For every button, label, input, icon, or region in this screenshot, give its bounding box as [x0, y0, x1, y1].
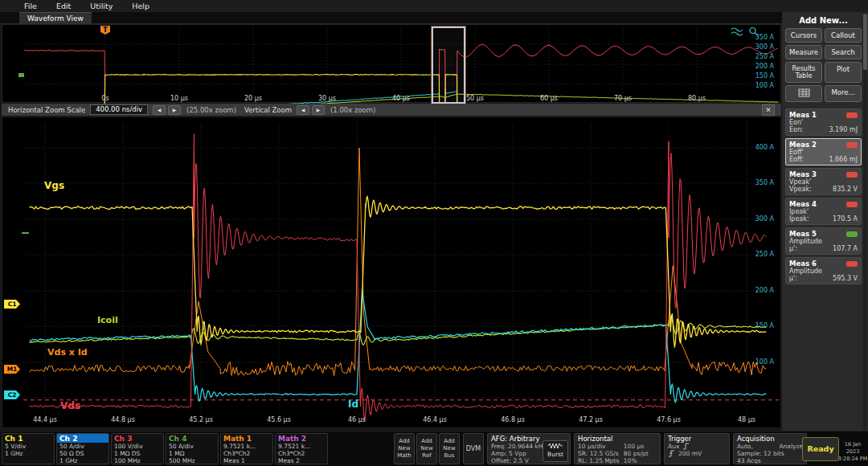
acquisition-title: Acquisition	[737, 435, 803, 443]
add-new-ref-button[interactable]: AddNewRef	[416, 433, 437, 464]
main-waveform-svg	[23, 117, 782, 429]
channel-badge-ch2[interactable]: Ch 2 50 A/div 50 Ω DS 1 GHz	[56, 433, 109, 464]
tick-label: 44.4 µs	[33, 416, 57, 423]
hzoom-scale-value[interactable]: 400.00 ns/div	[90, 104, 148, 115]
tick-label: 45.6 µs	[267, 416, 291, 423]
main-zoom-plot[interactable]: Vgs Icoil Vds x Id Vds Id C1 M1 C2 44.4 …	[2, 117, 781, 428]
close-icon[interactable]: ✕	[762, 104, 775, 116]
menu-utility[interactable]: Utility	[90, 2, 113, 10]
vzoom-decrease-button[interactable]: ◀	[297, 105, 309, 115]
menu-help[interactable]: Help	[132, 2, 149, 10]
tick-label: 400 A	[739, 144, 774, 151]
channel-badge-ch3[interactable]: Ch 3 100 V/div 1 MΩ DS 100 MHz	[111, 433, 164, 464]
mask-tool-button[interactable]	[785, 85, 822, 102]
trace-label-vds: Vds	[60, 400, 80, 411]
scrollbar-thumb[interactable]	[863, 14, 867, 70]
measurement-badge-meas5[interactable]: Meas 5 Amplitude µ':107.7 A	[785, 227, 862, 255]
cursors-button[interactable]: Cursors	[785, 28, 822, 43]
tick-label: 0s	[101, 95, 108, 102]
sidebar-scrollbar[interactable]	[863, 12, 867, 431]
results-table-button[interactable]: Results Table	[785, 62, 822, 83]
horizontal-panel[interactable]: Horizontal 10 µs/div100 µs SR: 12.5 GS/s…	[574, 433, 661, 464]
overview-plot[interactable]: T 0s10 µs20 µs30 µs40 µs50 µs60 µs70 µs8…	[2, 24, 781, 103]
tick-label: 46 µs	[348, 416, 366, 423]
horizontal-title: Horizontal	[578, 435, 657, 443]
math1-meas: Meas 1	[221, 457, 272, 464]
math1-expression: Ch3*Ch2	[221, 450, 272, 457]
afg-panel[interactable]: AFG: Arbitrary Freq: 20.9644 kHz Amp: 5 …	[487, 433, 571, 464]
math1-ground-marker[interactable]: M1	[4, 365, 20, 374]
acquisition-mode: Auto,	[737, 443, 753, 450]
measurement-badge-meas6[interactable]: Meas 6 Amplitude µ':595.3 V	[785, 257, 862, 284]
math2-expression: Ch3*Ch2	[276, 450, 327, 457]
dvm-button[interactable]: DVM	[463, 433, 484, 464]
ch1-label: Ch 1	[2, 434, 54, 443]
math-badge-math1[interactable]: Math 1 9.7521 k... Ch3*Ch2 Meas 1	[220, 433, 273, 464]
tab-waveform-view[interactable]: Waveform View	[19, 12, 92, 24]
measurement-list: Meas 1 Eon' Eon:3.190 mJ Meas 2 Eoff' Eo…	[785, 108, 862, 284]
burst-button[interactable]: Burst	[542, 440, 568, 462]
ch2-ground-marker[interactable]: C2	[4, 390, 20, 399]
meas6-source-chip	[846, 261, 858, 267]
measure-button[interactable]: Measure	[785, 45, 822, 59]
vzoom-increase-button[interactable]: ▶	[312, 105, 325, 115]
hzoom-decrease-button[interactable]: ◀	[153, 105, 166, 115]
h-scale: 10 µs/div	[578, 443, 624, 450]
tick-label: 350 A	[739, 34, 774, 41]
tick-label: 60 µs	[540, 95, 558, 102]
edge-trigger-icon	[682, 443, 690, 450]
meas4-line1: Ipeak'	[789, 208, 858, 215]
meas6-name: µ':	[789, 275, 797, 282]
measurement-badge-meas3[interactable]: Meas 3 Vpeak' Vpeak:835.2 V	[785, 168, 862, 195]
add-new-math-button[interactable]: AddNewMath	[394, 433, 415, 464]
menu-edit[interactable]: Edit	[56, 2, 71, 10]
meas4-value: 170.5 A	[833, 215, 858, 223]
acquisition-panel[interactable]: Acquisition Auto, Analyze Sample: 12 bit…	[733, 433, 807, 464]
tick-label: 100 A	[739, 358, 774, 366]
h-position: 10%	[624, 457, 657, 464]
tick-label: 80 µs	[688, 95, 706, 102]
add-new-bus-button[interactable]: AddNewBus	[439, 433, 460, 464]
hzoom-increase-button[interactable]: ▶	[168, 105, 181, 115]
channel-badge-ch4[interactable]: Ch 4 50 A/div 1 MΩ 500 MHz	[166, 433, 219, 464]
burst-waveform-icon	[547, 443, 563, 449]
callout-button[interactable]: Callout	[825, 28, 862, 43]
ch4-marker	[18, 73, 24, 77]
channel-badge-ch1[interactable]: Ch 1 5 V/div 1 GHz	[2, 433, 55, 464]
measurement-badge-meas2[interactable]: Meas 2 Eoff' Eoff:1.666 mJ	[785, 138, 862, 166]
trace-label-vdsid: Vds x Id	[47, 347, 88, 358]
hzoom-factor: (25.00x zoom)	[186, 106, 236, 114]
ready-status-button[interactable]: Ready	[802, 437, 839, 461]
h-window: 100 µs	[624, 443, 657, 450]
tick-label: 44.8 µs	[111, 416, 135, 423]
meas1-name: Eon:	[789, 126, 804, 133]
ch1-ground-marker[interactable]: C1	[4, 300, 20, 309]
menu-file[interactable]: File	[24, 2, 37, 10]
time-text: 3:28:24 PM	[837, 456, 868, 463]
more-button[interactable]: More...	[825, 85, 862, 102]
tick-label: 20 µs	[244, 95, 262, 102]
zoom-scale-bar: Horizontal Zoom Scale 400.00 ns/div ◀ ▶ …	[2, 104, 781, 116]
trigger-panel[interactable]: Trigger Aux 200 mV	[664, 433, 730, 464]
meas6-line1: Amplitude	[789, 268, 858, 275]
meas5-name: µ':	[789, 245, 797, 252]
meas5-value: 107.7 A	[833, 245, 858, 252]
meas1-line1: Eon'	[789, 119, 858, 126]
menu-bar: File Edit Utility Help	[0, 0, 868, 12]
search-button[interactable]: Search	[825, 45, 862, 59]
ch1-bandwidth: 1 GHz	[2, 450, 54, 457]
plot-button[interactable]: Plot	[825, 62, 862, 83]
tick-label: 200 A	[739, 63, 774, 70]
measurement-badge-meas4[interactable]: Meas 4 Ipeak' Ipeak:170.5 A	[785, 198, 862, 225]
math2-scale: 9.7521 k...	[276, 443, 327, 450]
math-badge-math2[interactable]: Math 2 9.7521 k... Ch3*Ch2 Meas 2	[275, 433, 328, 464]
h-sample-rate: SR: 12.5 GS/s	[578, 450, 624, 457]
tick-label: 250 A	[739, 53, 774, 60]
ch1-scale: 5 V/div	[2, 443, 54, 450]
measurement-badge-meas1[interactable]: Meas 1 Eon' Eon:3.190 mJ	[785, 108, 862, 136]
tick-label: 48 µs	[738, 416, 755, 423]
zoom-selection-box[interactable]	[432, 27, 465, 104]
trace-label-id: Id	[348, 399, 358, 410]
h-record-length: RL: 1.25 Mpts	[578, 457, 624, 464]
meas6-label: Meas 6	[789, 260, 817, 268]
